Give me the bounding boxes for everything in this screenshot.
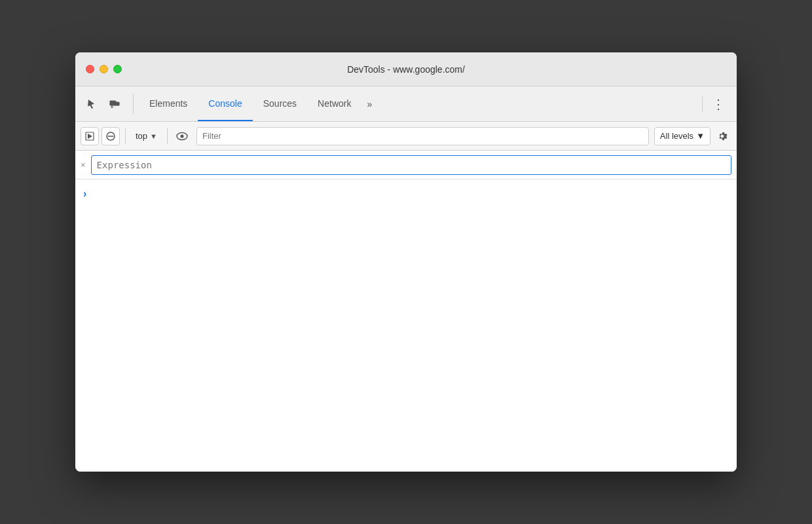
traffic-lights (86, 65, 122, 73)
prompt-chevron-icon: › (83, 188, 86, 200)
tab-more-button[interactable]: » (361, 86, 377, 121)
divider (702, 96, 703, 112)
devtools-menu-button[interactable]: ⋮ (708, 94, 729, 115)
eye-icon (175, 131, 189, 141)
toolbar-icons (81, 94, 134, 115)
close-expression-button[interactable]: × (81, 160, 86, 170)
device-toggle-button[interactable] (104, 94, 125, 115)
tab-bar: Elements Console Sources Network » ⋮ (75, 86, 737, 122)
toolbar-divider-2 (167, 128, 168, 144)
console-prompt-row: › (75, 179, 737, 208)
levels-dropdown-arrow: ▼ (696, 131, 705, 141)
execute-button[interactable] (81, 127, 99, 145)
title-bar: DevTools - www.google.com/ (75, 52, 737, 86)
watch-expressions-button[interactable] (173, 127, 191, 145)
svg-rect-0 (110, 101, 116, 105)
no-entry-icon (105, 131, 116, 141)
tab-network[interactable]: Network (307, 86, 361, 121)
tab-elements[interactable]: Elements (139, 86, 198, 121)
maximize-button[interactable] (113, 65, 122, 73)
svg-marker-5 (88, 134, 92, 139)
context-selector[interactable]: top ▼ (131, 129, 162, 143)
expression-row: × (75, 151, 737, 179)
console-content: × › (75, 151, 737, 472)
toolbar-divider (125, 128, 126, 144)
tab-console[interactable]: Console (198, 86, 252, 121)
tabs: Elements Console Sources Network » (139, 86, 418, 121)
console-settings-button[interactable] (713, 127, 731, 145)
svg-point-9 (180, 134, 183, 138)
console-toolbar: top ▼ All levels ▼ (75, 122, 737, 151)
play-icon (84, 131, 95, 141)
devtools-window: DevTools - www.google.com/ (75, 52, 737, 472)
filter-input[interactable] (196, 127, 649, 145)
tab-sources[interactable]: Sources (253, 86, 307, 121)
inspect-icon-button[interactable] (81, 94, 101, 115)
log-levels-button[interactable]: All levels ▼ (654, 127, 710, 145)
window-title: DevTools - www.google.com/ (347, 64, 465, 75)
minimize-button[interactable] (100, 65, 108, 73)
close-button[interactable] (86, 65, 94, 73)
expression-input[interactable] (91, 155, 731, 175)
gear-icon (716, 130, 728, 142)
cursor-icon (86, 99, 96, 109)
svg-rect-1 (116, 102, 119, 105)
clear-console-button[interactable] (101, 127, 120, 145)
dropdown-arrow-icon: ▼ (150, 132, 157, 140)
device-icon (109, 99, 120, 109)
